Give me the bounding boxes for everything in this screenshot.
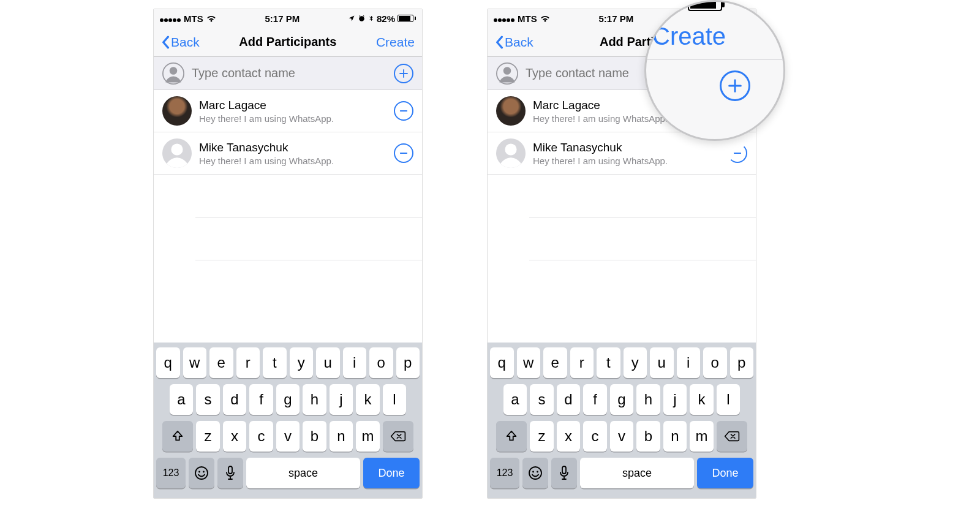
letter-key-d[interactable]: d [223, 384, 247, 415]
keyboard-row-4: 123 space Done [490, 458, 753, 488]
letter-key-t[interactable]: t [597, 347, 620, 378]
avatar [162, 96, 192, 126]
letter-key-t[interactable]: t [263, 347, 287, 378]
space-key[interactable]: space [246, 458, 360, 488]
numbers-key[interactable]: 123 [490, 458, 519, 488]
backspace-key[interactable] [383, 421, 413, 452]
svg-rect-13 [562, 466, 566, 474]
back-button[interactable]: Back [161, 35, 200, 50]
separator [644, 59, 785, 59]
letter-key-d[interactable]: d [557, 384, 581, 415]
back-button[interactable]: Back [495, 35, 533, 50]
letter-key-w[interactable]: w [183, 347, 207, 378]
search-row [154, 57, 422, 90]
done-key[interactable]: Done [363, 458, 420, 488]
letter-key-o[interactable]: o [703, 347, 727, 378]
letter-key-e[interactable]: e [209, 347, 233, 378]
wifi-icon [206, 14, 217, 23]
letter-key-g[interactable]: g [610, 384, 634, 415]
letter-key-s[interactable]: s [530, 384, 554, 415]
letter-key-k[interactable]: k [356, 384, 380, 415]
shift-key[interactable] [496, 421, 527, 452]
add-contact-button-zoom[interactable] [720, 70, 750, 101]
contact-name: Marc Lagace [199, 99, 386, 112]
letter-key-l[interactable]: l [383, 384, 407, 415]
space-key[interactable]: space [580, 458, 694, 488]
remove-contact-button-partial[interactable] [728, 143, 747, 163]
letter-key-y[interactable]: y [624, 347, 647, 378]
svg-point-3 [195, 467, 208, 479]
letter-key-k[interactable]: k [690, 384, 714, 415]
microphone-icon [559, 466, 569, 480]
remove-contact-button[interactable] [394, 101, 413, 121]
letter-key-g[interactable]: g [276, 384, 300, 415]
letter-key-y[interactable]: y [290, 347, 314, 378]
letter-key-o[interactable]: o [369, 347, 393, 378]
emoji-key[interactable] [189, 458, 214, 488]
letter-key-z[interactable]: z [196, 421, 220, 452]
keyboard: qwertyuiop asdfghjkl zxcvbnm 123 space D… [488, 343, 756, 498]
create-button[interactable]: Create [376, 35, 415, 50]
letter-key-n[interactable]: n [663, 421, 687, 452]
letter-key-z[interactable]: z [530, 421, 554, 452]
letter-key-i[interactable]: i [677, 347, 701, 378]
letter-key-c[interactable]: c [583, 421, 607, 452]
dictation-key[interactable] [551, 458, 577, 488]
letter-key-x[interactable]: x [557, 421, 581, 452]
letter-key-b[interactable]: b [303, 421, 326, 452]
letter-key-s[interactable]: s [196, 384, 220, 415]
letter-key-a[interactable]: a [503, 384, 527, 415]
letter-key-h[interactable]: h [636, 384, 660, 415]
letter-key-f[interactable]: f [249, 384, 273, 415]
letter-key-u[interactable]: u [316, 347, 340, 378]
letter-key-r[interactable]: r [570, 347, 594, 378]
empty-row [195, 175, 422, 218]
letter-key-x[interactable]: x [223, 421, 247, 452]
letter-key-c[interactable]: c [249, 421, 273, 452]
letter-key-w[interactable]: w [517, 347, 541, 378]
letter-key-m[interactable]: m [356, 421, 380, 452]
backspace-key[interactable] [717, 421, 747, 452]
bluetooth-icon [368, 14, 374, 23]
avatar [496, 138, 526, 168]
letter-key-h[interactable]: h [303, 384, 326, 415]
letter-key-j[interactable]: j [330, 384, 353, 415]
shift-key[interactable] [162, 421, 193, 452]
search-input[interactable] [192, 66, 386, 80]
letter-key-e[interactable]: e [543, 347, 567, 378]
letter-key-i[interactable]: i [343, 347, 367, 378]
back-label: Back [171, 35, 200, 50]
letter-key-p[interactable]: p [396, 347, 420, 378]
dictation-key[interactable] [217, 458, 243, 488]
emoji-key[interactable] [522, 458, 548, 488]
remove-contact-button[interactable] [394, 143, 413, 163]
done-key[interactable]: Done [697, 458, 753, 488]
letter-key-b[interactable]: b [636, 421, 660, 452]
contact-status: Hey there! I am using WhatsApp. [533, 156, 720, 166]
letter-key-l[interactable]: l [717, 384, 741, 415]
letter-key-m[interactable]: m [690, 421, 714, 452]
letter-key-n[interactable]: n [330, 421, 353, 452]
keyboard: qwertyuiop asdfghjkl zxcvbnm 123 space D… [154, 343, 422, 498]
letter-key-v[interactable]: v [610, 421, 634, 452]
letter-key-p[interactable]: p [730, 347, 754, 378]
keyboard-row-3: zxcvbnm [490, 421, 753, 452]
letter-key-f[interactable]: f [583, 384, 607, 415]
contact-row[interactable]: Mike Tanasychuk Hey there! I am using Wh… [154, 132, 422, 175]
letter-key-a[interactable]: a [170, 384, 194, 415]
letter-key-v[interactable]: v [276, 421, 300, 452]
avatar [162, 138, 192, 168]
chevron-left-icon [161, 36, 170, 49]
contact-row[interactable]: Marc Lagace Hey there! I am using WhatsA… [154, 90, 422, 132]
location-icon [348, 15, 355, 22]
letter-key-r[interactable]: r [236, 347, 260, 378]
add-contact-button[interactable] [394, 64, 413, 83]
letter-key-j[interactable]: j [663, 384, 687, 415]
letter-key-q[interactable]: q [490, 347, 514, 378]
letter-key-q[interactable]: q [156, 347, 180, 378]
emoji-icon [194, 466, 209, 480]
letter-key-u[interactable]: u [650, 347, 674, 378]
create-button-zoom[interactable]: Create [644, 14, 785, 59]
numbers-key[interactable]: 123 [156, 458, 186, 488]
nav-bar: Back Add Participants Create [154, 28, 422, 57]
